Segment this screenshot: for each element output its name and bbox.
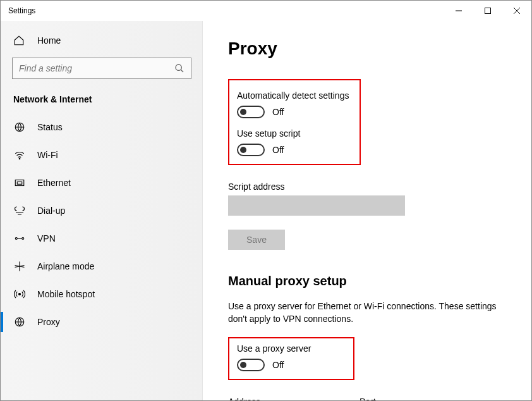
airplane-icon	[13, 261, 26, 272]
manual-proxy-desc: Use a proxy server for Ethernet or Wi-Fi…	[228, 300, 500, 326]
vpn-icon	[13, 233, 26, 244]
sidebar-item-ethernet[interactable]: Ethernet	[1, 169, 203, 197]
use-proxy-label: Use a proxy server	[237, 343, 346, 354]
auto-detect-state: Off	[272, 107, 284, 117]
sidebar: Home Network & Internet Status Wi-Fi Eth…	[1, 21, 203, 400]
sidebar-item-label: Ethernet	[37, 178, 71, 188]
auto-detect-label: Automatically detect settings	[237, 90, 352, 101]
status-icon	[13, 121, 26, 133]
search-icon	[174, 63, 184, 73]
use-proxy-toggle[interactable]	[237, 359, 265, 371]
dialup-icon	[13, 205, 26, 216]
proxy-icon	[13, 316, 26, 328]
wifi-icon	[13, 149, 26, 161]
sidebar-item-label: Airplane mode	[37, 261, 94, 271]
sidebar-item-dialup[interactable]: Dial-up	[1, 197, 203, 225]
sidebar-item-label: Wi-Fi	[37, 150, 58, 160]
script-address-label: Script address	[228, 182, 506, 192]
sidebar-category: Network & Internet	[1, 90, 203, 113]
search-field[interactable]	[19, 63, 174, 73]
home-icon	[13, 35, 26, 46]
svg-point-4	[176, 65, 181, 70]
sidebar-home[interactable]: Home	[1, 28, 203, 52]
auto-detect-toggle[interactable]	[237, 106, 265, 118]
use-proxy-state: Off	[272, 360, 284, 370]
minimize-button[interactable]	[444, 1, 473, 21]
manual-proxy-heading: Manual proxy setup	[228, 274, 506, 288]
content-area: Proxy Automatically detect settings Off …	[203, 21, 531, 400]
sidebar-item-proxy[interactable]: Proxy	[1, 308, 203, 336]
sidebar-item-hotspot[interactable]: Mobile hotspot	[1, 280, 203, 308]
sidebar-item-label: Dial-up	[37, 206, 65, 216]
svg-point-10	[15, 238, 17, 240]
window-title: Settings	[8, 6, 444, 15]
svg-point-11	[22, 238, 24, 240]
highlight-manual-section: Use a proxy server Off	[228, 337, 354, 380]
sidebar-item-label: Proxy	[37, 317, 60, 327]
close-button[interactable]	[502, 1, 531, 21]
svg-line-5	[181, 70, 183, 72]
svg-rect-1	[485, 8, 491, 14]
sidebar-item-wifi[interactable]: Wi-Fi	[1, 141, 203, 169]
save-button[interactable]: Save	[228, 230, 285, 250]
hotspot-icon	[13, 288, 26, 300]
sidebar-home-label: Home	[37, 35, 61, 46]
sidebar-item-label: Mobile hotspot	[37, 289, 95, 299]
setup-script-label: Use setup script	[237, 128, 352, 139]
maximize-button[interactable]	[473, 1, 502, 21]
svg-rect-9	[17, 182, 22, 185]
port-label: Port	[360, 397, 416, 400]
sidebar-item-label: Status	[37, 122, 63, 132]
ethernet-icon	[13, 177, 26, 188]
svg-rect-8	[15, 180, 24, 186]
setup-script-toggle[interactable]	[237, 144, 265, 156]
setup-script-state: Off	[272, 145, 284, 155]
highlight-auto-section: Automatically detect settings Off Use se…	[228, 79, 361, 165]
sidebar-item-label: VPN	[37, 233, 56, 244]
address-label: Address	[228, 397, 344, 400]
search-input[interactable]	[12, 58, 191, 79]
sidebar-item-vpn[interactable]: VPN	[1, 225, 203, 252]
page-title: Proxy	[228, 39, 506, 59]
svg-point-12	[19, 293, 21, 295]
svg-point-7	[19, 158, 20, 159]
sidebar-item-status[interactable]: Status	[1, 113, 203, 141]
script-address-input[interactable]	[228, 195, 405, 216]
sidebar-item-airplane[interactable]: Airplane mode	[1, 252, 203, 280]
